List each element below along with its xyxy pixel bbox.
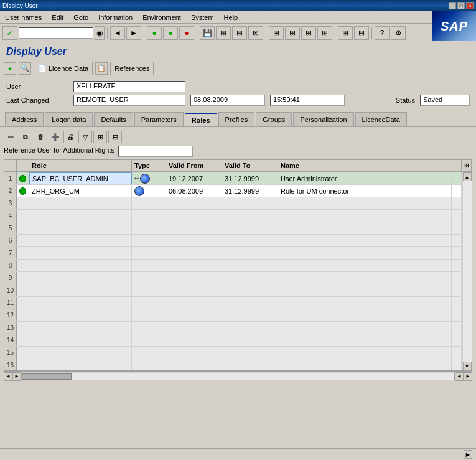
fwd-btn[interactable]: ● xyxy=(163,26,178,40)
tab-defaults[interactable]: Defaults xyxy=(94,112,133,126)
ref-user-input[interactable] xyxy=(118,146,193,157)
empty-td xyxy=(452,272,462,284)
multisel3-btn[interactable]: ⊞ xyxy=(301,26,316,40)
tab-profiles[interactable]: Profiles xyxy=(218,112,255,126)
empty-td xyxy=(132,359,166,370)
hscroll-thumb[interactable] xyxy=(22,373,72,380)
empty-rownum-10: 10 xyxy=(4,284,17,296)
minimize-btn[interactable]: ─ xyxy=(449,2,456,9)
table-row[interactable]: 2 ZHR_ORG_UM 06.08.2009 31.12.9999 Role … xyxy=(4,185,462,197)
multisel4-btn[interactable]: ⊞ xyxy=(317,26,332,40)
row2-validto: 31.12.9999 xyxy=(222,185,278,197)
licence-data-btn[interactable]: 📄 Licence Data xyxy=(34,62,93,75)
hscroll-end-right-btn[interactable]: ► xyxy=(464,372,472,381)
licence-label: Licence Data xyxy=(49,65,88,72)
filter-btn[interactable]: ▽ xyxy=(78,131,92,143)
content-area: ✏ ⧉ 🗑 ➕ 🖨 ▽ ⊞ ⊟ Reference User for Addit… xyxy=(0,127,476,448)
stop-btn[interactable]: ● xyxy=(179,26,194,40)
th-validfrom[interactable]: Valid From xyxy=(166,160,222,171)
table-row[interactable]: 1 SAP_BC_USER_ADMIN ↩ 19.12.200 xyxy=(4,172,462,185)
multisel2-btn[interactable]: ⊞ xyxy=(285,26,300,40)
grid-btn[interactable]: ⊞ xyxy=(338,26,353,40)
sub-icon1[interactable]: ● xyxy=(4,62,16,75)
status-bar: ► xyxy=(0,448,476,460)
user-value: XELLERATE xyxy=(73,81,185,92)
menu-goto[interactable]: Goto xyxy=(71,13,91,22)
empty-td xyxy=(452,210,462,222)
save-btn[interactable]: 💾 xyxy=(200,26,215,40)
print-btn[interactable]: ⊞ xyxy=(216,26,231,40)
multisel-btn[interactable]: ⊞ xyxy=(269,26,284,40)
table-row: 15 xyxy=(4,347,462,359)
close-btn[interactable]: × xyxy=(466,2,474,9)
empty-td xyxy=(132,197,166,209)
tab-roles[interactable]: Roles xyxy=(185,113,217,126)
cust-btn[interactable]: ⚙ xyxy=(391,26,406,40)
empty-rownum-6: 6 xyxy=(4,235,17,246)
grid2-btn[interactable]: ⊟ xyxy=(354,26,369,40)
maximize-btn[interactable]: □ xyxy=(457,2,465,9)
table-row: 14 xyxy=(4,334,462,347)
empty-td xyxy=(17,197,29,209)
empty-td xyxy=(278,235,452,246)
th-validto[interactable]: Valid To xyxy=(222,160,278,171)
print-inner-btn[interactable]: 🖨 xyxy=(63,131,77,143)
empty-td xyxy=(278,347,452,359)
empty-td xyxy=(166,284,222,296)
empty-rownum-16: 16 xyxy=(4,359,17,370)
print2-btn[interactable]: ⊟ xyxy=(232,26,247,40)
tabs-bar: Address Logon data Defaults Parameters R… xyxy=(0,110,476,127)
empty-td xyxy=(17,247,29,259)
empty-td xyxy=(452,347,462,359)
nav-next-btn[interactable]: ► xyxy=(126,26,141,40)
th-name[interactable]: Name xyxy=(278,160,462,171)
hscroll-left-btn[interactable]: ◄ xyxy=(4,372,12,381)
hscroll-end-left-btn[interactable]: ◄ xyxy=(455,372,464,381)
menu-usernames[interactable]: User names xyxy=(2,13,44,22)
sub-icon2[interactable]: 🔍 xyxy=(19,62,31,75)
hscroll-right-btn[interactable]: ► xyxy=(12,372,21,381)
check-circle-icon: ● xyxy=(8,65,12,72)
tab-address[interactable]: Address xyxy=(5,112,44,126)
command-input[interactable] xyxy=(19,27,93,39)
insert-btn[interactable]: ➕ xyxy=(49,131,62,143)
menu-information[interactable]: Information xyxy=(96,13,135,22)
tab-personalization[interactable]: Personalization xyxy=(293,112,353,126)
status-scroll-btn[interactable]: ► xyxy=(464,450,472,459)
menu-help[interactable]: Help xyxy=(222,13,241,22)
menu-system[interactable]: System xyxy=(189,13,217,22)
edit-btn[interactable]: ✏ xyxy=(4,131,17,143)
scroll-down-btn[interactable]: ▼ xyxy=(463,362,472,370)
empty-rownum-12: 12 xyxy=(4,309,17,321)
execute-btn[interactable]: ◉ xyxy=(95,26,105,40)
menu-edit[interactable]: Edit xyxy=(49,13,66,22)
scroll-up-btn[interactable]: ▲ xyxy=(463,172,472,181)
table-row: 16 xyxy=(4,359,462,370)
nav-prev-btn[interactable]: ◄ xyxy=(110,26,125,40)
empty-td xyxy=(222,272,278,284)
copy-btn[interactable]: ⧉ xyxy=(19,131,32,143)
th-type[interactable]: Type xyxy=(132,160,166,171)
config-btn[interactable]: ⊟ xyxy=(108,131,122,143)
empty-td xyxy=(29,235,132,246)
sort-btn[interactable]: ⊞ xyxy=(93,131,107,143)
tab-licencedata[interactable]: LicenceData xyxy=(355,112,407,126)
menu-environment[interactable]: Environment xyxy=(140,13,184,22)
tab-parameters[interactable]: Parameters xyxy=(134,112,184,126)
empty-td xyxy=(132,272,166,284)
tab-groups[interactable]: Groups xyxy=(256,112,292,126)
references-btn[interactable]: References xyxy=(110,62,154,75)
row1-name: User Administrator xyxy=(278,172,452,184)
check-btn[interactable]: ✓ xyxy=(2,26,17,40)
back-btn[interactable]: ● xyxy=(147,26,162,40)
empty-td xyxy=(278,322,452,334)
sub-icon3[interactable]: 📋 xyxy=(95,62,108,75)
col-resize-icon[interactable]: ⊞ xyxy=(464,162,469,169)
tab-logondata[interactable]: Logon data xyxy=(45,112,93,126)
delete-btn[interactable]: 🗑 xyxy=(34,131,47,143)
print3-btn[interactable]: ⊠ xyxy=(248,26,263,40)
th-role[interactable]: Role xyxy=(29,160,132,171)
help-btn[interactable]: ? xyxy=(375,26,390,40)
main-toolbar: ✓ ◉ ◄ ► ● ● ● 💾 ⊞ ⊟ ⊠ ⊞ ⊞ ⊞ ⊞ xyxy=(0,24,476,42)
empty-td xyxy=(29,210,132,222)
